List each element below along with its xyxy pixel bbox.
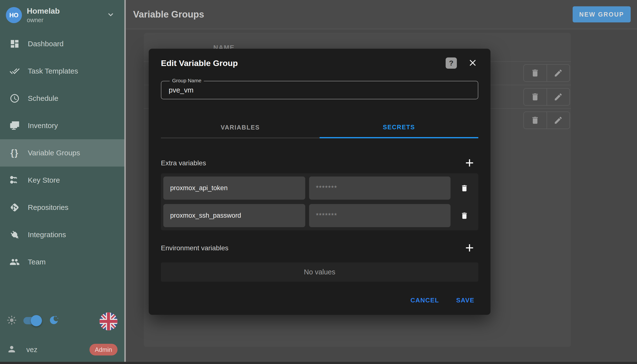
cancel-button[interactable]: CANCEL <box>410 296 439 304</box>
plus-icon <box>464 158 475 168</box>
edit-group-button[interactable] <box>547 112 570 128</box>
dashboard-icon <box>9 38 20 49</box>
delete-secret-button[interactable] <box>451 212 478 220</box>
close-icon <box>468 58 478 68</box>
new-group-button[interactable]: NEW GROUP <box>573 6 631 22</box>
extra-variables-section: Extra variables <box>161 159 478 167</box>
sidebar-item-label: Inventory <box>28 122 58 130</box>
sidebar: HO Homelab owner Dashboard Task Template… <box>0 0 124 364</box>
group-name-field: Group Name <box>161 81 478 99</box>
sidebar-item-label: Team <box>28 258 46 266</box>
group-name-label: Group Name <box>170 78 204 84</box>
sidebar-item-label: Variable Groups <box>28 149 80 157</box>
environment-variables-section: Environment variables <box>161 244 478 252</box>
chevron-down-icon <box>106 10 116 20</box>
uk-flag-language-button[interactable] <box>99 312 117 330</box>
app-screen: HO Homelab owner Dashboard Task Template… <box>0 0 637 364</box>
secrets-rows <box>161 173 478 230</box>
close-button[interactable] <box>467 58 478 69</box>
edit-variable-group-dialog: Edit Variable Group ? Group Name VARIABL… <box>149 49 491 315</box>
edit-group-button[interactable] <box>547 65 570 81</box>
team-avatar: HO <box>6 7 22 23</box>
delete-group-button[interactable] <box>524 65 547 81</box>
edit-group-button[interactable] <box>547 89 570 105</box>
sidebar-item-label: Task Templates <box>28 67 78 75</box>
extra-variables-label: Extra variables <box>161 159 464 167</box>
add-environment-variable-button[interactable] <box>464 242 475 254</box>
trash-icon <box>530 92 540 102</box>
dialog-actions: CANCEL SAVE <box>161 295 478 306</box>
braces-icon: {} <box>9 148 20 158</box>
sidebar-item-repositories[interactable]: Repositories <box>0 194 124 221</box>
sidebar-item-label: Key Store <box>28 176 60 184</box>
sidebar-item-dashboard[interactable]: Dashboard <box>0 30 124 58</box>
user-icon <box>7 344 17 355</box>
dark-mode-toggle[interactable] <box>24 317 42 324</box>
secret-name-input[interactable] <box>163 176 305 200</box>
team-switcher[interactable]: HO Homelab owner <box>0 0 124 30</box>
table-row-actions <box>523 64 570 82</box>
save-button[interactable]: SAVE <box>456 296 474 304</box>
delete-group-button[interactable] <box>524 89 547 105</box>
clock-icon <box>9 93 20 104</box>
sidebar-item-variable-groups[interactable]: {} Variable Groups <box>0 139 124 166</box>
trash-icon <box>530 68 540 78</box>
pencil-icon <box>554 92 563 102</box>
delete-group-button[interactable] <box>524 112 547 128</box>
pencil-icon <box>554 68 563 78</box>
tab-secrets[interactable]: SECRETS <box>320 117 478 138</box>
sidebar-item-label: Schedule <box>28 94 58 102</box>
admin-badge: Admin <box>89 344 117 356</box>
sidebar-item-schedule[interactable]: Schedule <box>0 85 124 112</box>
group-name-input[interactable] <box>161 81 478 99</box>
trash-icon <box>460 212 469 220</box>
people-icon <box>9 257 20 267</box>
environment-variables-empty: No values <box>161 262 478 282</box>
table-row-actions <box>523 88 570 106</box>
delete-secret-button[interactable] <box>451 184 478 192</box>
user-row[interactable]: vez Admin <box>7 344 117 356</box>
sidebar-item-label: Dashboard <box>28 40 64 48</box>
table-row-actions <box>523 112 570 129</box>
moon-icon <box>48 314 60 327</box>
add-extra-variable-button[interactable] <box>464 157 475 169</box>
pencil-icon <box>554 116 563 125</box>
sidebar-item-label: Repositories <box>28 203 69 212</box>
plus-icon <box>464 242 475 253</box>
dialog-title: Edit Variable Group <box>161 58 446 68</box>
secret-row <box>163 176 478 200</box>
git-icon <box>9 202 20 213</box>
user-name: vez <box>26 346 89 354</box>
sidebar-item-inventory[interactable]: Inventory <box>0 112 124 139</box>
dialog-tabs: VARIABLES SECRETS <box>161 117 478 138</box>
plug-icon <box>9 229 20 240</box>
top-bar: Variable Groups NEW GROUP <box>126 0 637 29</box>
trash-icon <box>530 116 540 125</box>
theme-switcher <box>6 314 60 327</box>
tab-variables[interactable]: VARIABLES <box>161 117 320 138</box>
sidebar-nav: Dashboard Task Templates Schedule <box>0 30 124 276</box>
double-check-icon <box>9 66 20 76</box>
secret-name-input[interactable] <box>163 204 305 227</box>
team-role: owner <box>27 16 106 24</box>
page-title: Variable Groups <box>133 9 573 20</box>
keys-icon <box>9 175 20 186</box>
team-name: Homelab <box>27 6 106 16</box>
help-button[interactable]: ? <box>446 58 457 69</box>
environment-variables-label: Environment variables <box>161 244 464 252</box>
sidebar-item-key-store[interactable]: Key Store <box>0 166 124 194</box>
trash-icon <box>460 184 469 192</box>
sidebar-item-label: Integrations <box>28 230 66 239</box>
secret-row <box>163 204 478 227</box>
sidebar-item-task-templates[interactable]: Task Templates <box>0 58 124 85</box>
sidebar-item-integrations[interactable]: Integrations <box>0 221 124 248</box>
horizontal-scrollbar[interactable] <box>0 362 637 364</box>
sun-icon <box>6 315 17 326</box>
monitor-icon <box>9 120 20 131</box>
secret-value-input[interactable] <box>309 204 451 227</box>
sidebar-item-team[interactable]: Team <box>0 248 124 276</box>
secret-value-input[interactable] <box>309 176 451 200</box>
vertical-scrollbar[interactable] <box>124 0 126 364</box>
